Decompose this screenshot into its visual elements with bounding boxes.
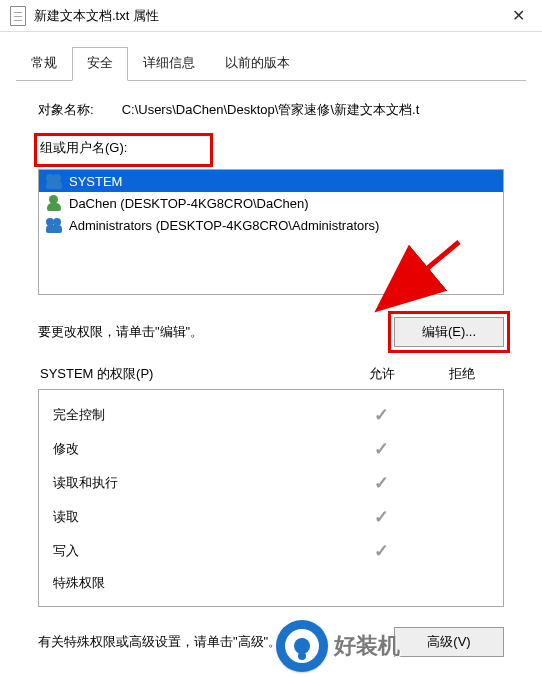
checkmark-icon bbox=[345, 540, 417, 562]
list-item[interactable]: Administrators (DESKTOP-4KG8CRO\Administ… bbox=[39, 214, 503, 236]
permission-row: 写入 bbox=[47, 534, 495, 568]
list-item-label: DaChen (DESKTOP-4KG8CRO\DaChen) bbox=[69, 196, 309, 211]
watermark-text: 好装机 bbox=[334, 631, 400, 661]
group-users-listbox[interactable]: SYSTEM DaChen (DESKTOP-4KG8CRO\DaChen) A… bbox=[38, 169, 504, 295]
checkmark-icon bbox=[345, 404, 417, 426]
permissions-header: SYSTEM 的权限(P) 允许 拒绝 bbox=[38, 365, 504, 389]
titlebar: 新建文本文档.txt 属性 ✕ bbox=[0, 0, 542, 32]
edit-hint: 要更改权限，请单击"编辑"。 bbox=[38, 323, 203, 341]
advanced-hint: 有关特殊权限或高级设置，请单击"高级"。 bbox=[38, 633, 281, 651]
edit-button[interactable]: 编辑(E)... bbox=[394, 317, 504, 347]
permissions-allow-header: 允许 bbox=[342, 365, 422, 383]
checkmark-icon bbox=[345, 472, 417, 494]
tab-general[interactable]: 常规 bbox=[16, 47, 72, 81]
tab-security[interactable]: 安全 bbox=[72, 47, 128, 81]
permissions-title: SYSTEM 的权限(P) bbox=[40, 365, 342, 383]
object-name-value: C:\Users\DaChen\Desktop\管家速修\新建文本文档.t bbox=[122, 101, 504, 119]
users-icon bbox=[45, 173, 63, 189]
tab-details[interactable]: 详细信息 bbox=[128, 47, 210, 81]
list-item[interactable]: SYSTEM bbox=[39, 170, 503, 192]
tab-strip: 常规 安全 详细信息 以前的版本 bbox=[16, 46, 526, 81]
permission-row: 修改 bbox=[47, 432, 495, 466]
object-name-label: 对象名称: bbox=[38, 101, 94, 119]
file-icon bbox=[10, 6, 26, 26]
permissions-deny-header: 拒绝 bbox=[422, 365, 502, 383]
list-item-label: Administrators (DESKTOP-4KG8CRO\Administ… bbox=[69, 218, 379, 233]
permissions-list: 完全控制 修改 读取和执行 读取 写入 bbox=[38, 389, 504, 607]
permission-name: 修改 bbox=[53, 440, 345, 458]
permission-name: 读取 bbox=[53, 508, 345, 526]
tab-previous-versions[interactable]: 以前的版本 bbox=[210, 47, 305, 81]
logo-icon bbox=[276, 620, 328, 672]
checkmark-icon bbox=[345, 438, 417, 460]
permission-row: 读取 bbox=[47, 500, 495, 534]
user-icon bbox=[45, 195, 63, 211]
permission-row: 完全控制 bbox=[47, 398, 495, 432]
group-users-label: 组或用户名(G): bbox=[38, 137, 129, 159]
checkmark-icon bbox=[345, 506, 417, 528]
permission-name: 读取和执行 bbox=[53, 474, 345, 492]
close-button[interactable]: ✕ bbox=[498, 2, 538, 30]
list-item-label: SYSTEM bbox=[69, 174, 122, 189]
permission-name: 特殊权限 bbox=[53, 574, 345, 592]
permission-name: 完全控制 bbox=[53, 406, 345, 424]
window-title: 新建文本文档.txt 属性 bbox=[34, 7, 498, 25]
object-name-row: 对象名称: C:\Users\DaChen\Desktop\管家速修\新建文本文… bbox=[38, 101, 504, 119]
permission-row: 读取和执行 bbox=[47, 466, 495, 500]
users-icon bbox=[45, 217, 63, 233]
permission-name: 写入 bbox=[53, 542, 345, 560]
list-item[interactable]: DaChen (DESKTOP-4KG8CRO\DaChen) bbox=[39, 192, 503, 214]
permission-row: 特殊权限 bbox=[47, 568, 495, 598]
watermark: 好装机 bbox=[276, 620, 400, 672]
advanced-button[interactable]: 高级(V) bbox=[394, 627, 504, 657]
